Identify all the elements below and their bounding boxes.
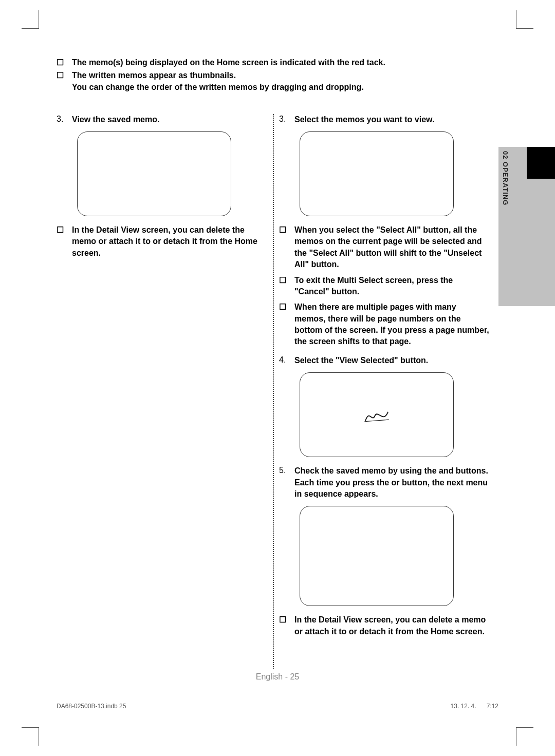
crop-mark [39,728,39,746]
step: 3. View the saved memo. [57,114,269,125]
crop-mark [516,728,516,746]
step-title: Select the "View Selected" button. [294,355,489,366]
step-title: Select the memos you want to view. [294,114,489,125]
figure-placeholder [300,372,454,457]
section-tab-box: 02 OPERATING [498,147,555,306]
step-body: View the saved memo. [72,114,269,125]
signature-icon [362,405,391,425]
note-item: To exit the Multi Select screen, press t… [279,275,489,298]
step-number: 3. [279,114,294,125]
page-footer: English - 25 [0,672,555,682]
note-list: In the Detail View screen, you can delet… [279,614,489,637]
section-tab-marker [527,147,555,179]
crop-mark [39,10,39,28]
step: 4. Select the "View Selected" button. [279,355,489,366]
step-number: 4. [279,355,294,366]
print-footer-left: DA68-02500B-13.indb 25 [57,703,126,710]
page: 02 OPERATING The memo(s) being displayed… [0,0,555,756]
section-tab-label: 02 OPERATING [502,151,509,205]
columns: 3. View the saved memo. In the Detail Vi… [57,114,489,642]
tip-item: The memo(s) being displayed on the Home … [57,56,489,68]
step-title: Check the saved memo by using the and bu… [294,465,489,500]
figure-placeholder [300,131,454,216]
note-list: In the Detail View screen, you can delet… [57,224,269,259]
step-body: Check the saved memo by using the and bu… [294,465,489,500]
note-item: When there are multiple pages with many … [279,301,489,348]
figure-placeholder [77,131,231,216]
step-body: Select the memos you want to view. [294,114,489,125]
crop-mark [22,28,39,29]
crop-mark [516,10,516,28]
tip-item: The written memos appear as thumbnails. … [57,69,489,93]
figure-placeholder [300,506,454,606]
content-area: The memo(s) being displayed on the Home … [57,56,489,641]
step-title: View the saved memo. [72,114,269,125]
step: 5. Check the saved memo by using the and… [279,465,489,500]
column-divider [273,114,274,669]
print-footer: DA68-02500B-13.indb 25 13. 12. 4. 7:12 [57,703,498,710]
print-footer-right: 13. 12. 4. 7:12 [451,703,498,710]
note-item: In the Detail View screen, you can delet… [279,614,489,637]
right-column: 3. Select the memos you want to view. Wh… [273,114,489,642]
crop-mark [22,727,39,728]
note-item: When you select the "Select All" button,… [279,224,489,271]
step: 3. Select the memos you want to view. [279,114,489,125]
left-column: 3. View the saved memo. In the Detail Vi… [57,114,273,642]
note-list: When you select the "Select All" button,… [279,224,489,348]
note-item: In the Detail View screen, you can delet… [57,224,269,259]
step-number: 3. [57,114,72,125]
crop-mark [516,727,533,728]
tip-list: The memo(s) being displayed on the Home … [57,56,489,93]
section-tab: 02 OPERATING [498,147,555,306]
step-body: Select the "View Selected" button. [294,355,489,366]
crop-mark [516,28,533,29]
step-number: 5. [279,465,294,500]
